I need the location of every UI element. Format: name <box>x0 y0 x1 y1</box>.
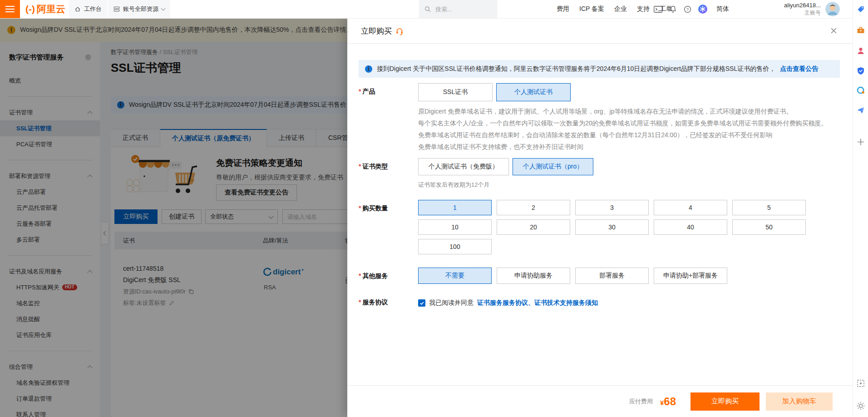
quantity-option[interactable]: 2 <box>497 200 570 215</box>
topbar-link[interactable]: 支持 <box>637 5 650 13</box>
chevron-down-icon <box>161 6 166 11</box>
terminal-icon[interactable] <box>654 6 662 13</box>
info-icon: i <box>365 65 372 73</box>
global-search[interactable] <box>419 0 497 18</box>
account-menu[interactable]: aliyun26418... 主账号 <box>767 0 821 18</box>
drawer-footer: 应付费用 ¥68 立即购买 加入购物车 <box>347 385 853 417</box>
quantity-option[interactable]: 1 <box>418 200 492 215</box>
quantity-option[interactable]: 10 <box>418 219 492 235</box>
svg-text:?: ? <box>686 7 689 11</box>
quantity-row: *购买数量 123451020304050100 <box>359 200 806 254</box>
drawer-info-text: 接到Digicert 关于中国区SSL证书价格调整通知，阿里云数字证书管理服务将… <box>377 65 775 73</box>
screen: (-) 阿里云 工作台 账号全部资源 费用ICP 备案企业支持工单 ? 简体 a… <box>0 0 868 417</box>
workbench-label: 工作台 <box>84 5 102 13</box>
tag-icon[interactable] <box>857 5 864 13</box>
cert-type-option[interactable]: 个人测试证书（免费版） <box>418 158 509 175</box>
send-icon[interactable] <box>857 106 865 114</box>
price-value: ¥68 <box>660 395 676 408</box>
cert-type-option[interactable]: 个人测试证书（pro） <box>513 158 593 175</box>
quantity-label: 购买数量 <box>362 204 388 212</box>
account-resources-button[interactable]: 账号全部资源 <box>108 0 170 18</box>
topbar-link[interactable]: 企业 <box>614 5 627 13</box>
aliyun-logo-mark: (-) <box>25 4 35 15</box>
service-option[interactable]: 申请协助+部署服务 <box>654 268 727 284</box>
service-options: 不需要申请协助服务部署服务申请协助+部署服务 <box>418 268 727 284</box>
headset-icon[interactable] <box>395 27 404 35</box>
product-descriptions-row: 原Digicert 免费单域名证书，建议用于测试、个人试用等场景，org、jp等… <box>359 105 827 153</box>
confirm-buy-button[interactable]: 立即购买 <box>690 392 760 411</box>
product-description-line: 原Digicert 免费单域名证书，建议用于测试、个人试用等场景，org、jp等… <box>418 105 827 117</box>
agreement-row: *服务协议 我已阅读并同意 证书服务服务协议、证书技术支持服务须知 <box>359 298 598 307</box>
agreement-links[interactable]: 证书服务服务协议、证书技术支持服务须知 <box>477 299 598 307</box>
cert-type-note-row: 证书签发后有效期为12个月 <box>359 181 489 189</box>
search-icon <box>424 6 431 12</box>
cloud-icon[interactable] <box>857 86 865 94</box>
topbar-icons: ? <box>654 0 707 18</box>
close-icon[interactable] <box>830 27 837 34</box>
username: aliyun26418... <box>784 2 821 9</box>
agreement-checkbox[interactable] <box>418 299 425 307</box>
user-icon[interactable] <box>857 47 865 55</box>
view-announcement-link[interactable]: 点击查看公告 <box>780 65 818 73</box>
capture-icon[interactable] <box>857 379 865 387</box>
product-row: *产品 SSL证书个人测试证书 <box>359 83 571 101</box>
avatar[interactable] <box>825 2 840 16</box>
right-toolbar <box>853 0 868 417</box>
cert-type-options: 个人测试证书（免费版）个人测试证书（pro） <box>418 158 593 175</box>
product-description-line: 免费单域名试用证书不支持续费，也不支持补齐旧证书时间 <box>418 141 827 153</box>
search-input[interactable] <box>434 5 491 13</box>
agreement-prefix: 我已阅读并同意 <box>429 299 473 307</box>
services-label: 其他服务 <box>362 272 388 279</box>
product-label: 产品 <box>362 88 375 95</box>
account-resources-label: 账号全部资源 <box>123 5 158 13</box>
quantity-option[interactable]: 30 <box>575 219 649 235</box>
aliyun-logo[interactable]: (-) 阿里云 <box>25 0 65 18</box>
quantity-options: 123451020304050100 <box>418 200 806 254</box>
validity-note: 证书签发后有效期为12个月 <box>418 181 489 189</box>
briefcase-icon[interactable] <box>857 26 865 35</box>
plus-icon[interactable] <box>857 138 864 146</box>
quantity-option[interactable]: 40 <box>654 219 727 235</box>
agreement-label: 服务协议 <box>362 298 388 306</box>
service-option[interactable]: 部署服务 <box>575 268 649 284</box>
add-to-cart-button[interactable]: 加入购物车 <box>766 392 833 411</box>
quantity-option[interactable]: 20 <box>497 219 570 235</box>
drawer-info-bar: i 接到Digicert 关于中国区SSL证书价格调整通知，阿里云数字证书管理服… <box>359 60 840 78</box>
workbench-button[interactable]: 工作台 <box>69 0 107 18</box>
home-icon <box>74 6 81 12</box>
product-option[interactable]: 个人测试证书 <box>496 83 571 101</box>
locale-switch[interactable]: 简体 <box>716 0 729 18</box>
product-options: SSL证书个人测试证书 <box>418 83 571 101</box>
quantity-option[interactable]: 50 <box>732 219 806 235</box>
product-description-line: 每个实名主体个人/企业，一个自然年内可以领取一次数量为20的免费单域名试用证书额… <box>418 117 827 129</box>
product-descriptions: 原Digicert 免费单域名证书，建议用于测试、个人试用等场景，org、jp等… <box>418 105 827 153</box>
price-label: 应付费用 <box>629 397 653 406</box>
hamburger-menu-button[interactable] <box>0 0 20 18</box>
drawer-title: 立即购买 <box>361 26 392 36</box>
topbar-link[interactable]: ICP 备案 <box>579 5 604 13</box>
account-type: 主账号 <box>804 9 821 17</box>
cert-type-label: 证书类型 <box>362 163 388 170</box>
aliyun-logo-text: 阿里云 <box>37 3 65 15</box>
topbar-link[interactable]: 费用 <box>557 5 569 13</box>
help-icon[interactable]: ? <box>684 5 691 13</box>
product-option[interactable]: SSL证书 <box>418 83 493 101</box>
service-option[interactable]: 申请协助服务 <box>497 268 570 284</box>
resources-icon <box>113 6 120 12</box>
quantity-option[interactable]: 100 <box>418 239 492 254</box>
services-row: *其他服务 不需要申请协助服务部署服务申请协助+部署服务 <box>359 268 727 284</box>
quantity-option[interactable]: 5 <box>732 200 806 215</box>
feature-sparkle-icon[interactable] <box>698 5 707 14</box>
quantity-option[interactable]: 3 <box>575 200 649 215</box>
service-option[interactable]: 不需要 <box>418 268 492 284</box>
product-description-line: 免费单域名试用证书在自然年结束时，会自动清除未签发的数量（每个自然年12月31日… <box>418 129 827 141</box>
shield-icon[interactable] <box>857 67 865 75</box>
cert-type-row: *证书类型 个人测试证书（免费版）个人测试证书（pro） <box>359 158 593 175</box>
quantity-option[interactable]: 4 <box>654 200 727 215</box>
settings-icon[interactable] <box>856 402 865 410</box>
bell-icon[interactable] <box>669 5 677 13</box>
drawer-header: 立即购买 <box>347 18 853 44</box>
topbar: (-) 阿里云 工作台 账号全部资源 费用ICP 备案企业支持工单 ? 简体 a… <box>0 0 868 19</box>
purchase-drawer: 立即购买 i 接到Digicert 关于中国区SSL证书价格调整通知，阿里云数字… <box>347 18 853 417</box>
